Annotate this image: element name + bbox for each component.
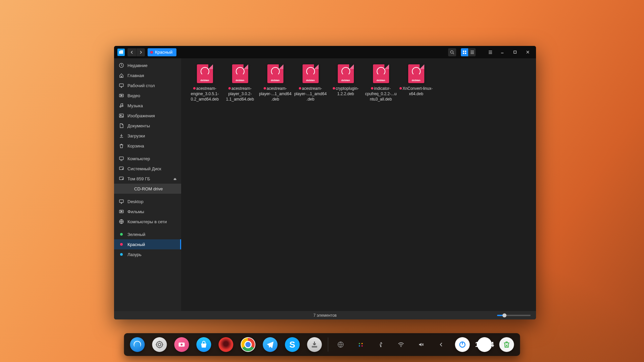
- file-label: indicator-cpufreq_0.2.2-...untu3_all.deb: [364, 86, 398, 102]
- sidebar-item[interactable]: Фильмы: [114, 206, 181, 217]
- sidebar-item[interactable]: Изображения: [114, 111, 181, 121]
- sidebar-item-label: Системный Диск: [127, 166, 161, 171]
- status-text: 7 элементов: [313, 313, 337, 318]
- sidebar-item-label: Документы: [127, 123, 150, 128]
- svg-rect-7: [119, 84, 123, 86]
- sidebar: НедавниеГлавнаяРабочий столВидеоМузыкаИз…: [114, 58, 181, 311]
- svg-point-29: [359, 345, 360, 347]
- sidebar-item[interactable]: Рабочий стол: [114, 80, 181, 90]
- window-maximize-button[interactable]: [510, 48, 520, 56]
- view-grid-button[interactable]: [461, 48, 468, 56]
- video-icon: [119, 209, 124, 214]
- dock: S 18:14: [124, 333, 520, 356]
- dock-app-launcher[interactable]: [152, 337, 167, 352]
- sidebar-item-label: Загрузки: [127, 133, 145, 138]
- svg-rect-1: [463, 51, 464, 52]
- sidebar-item-label: Лазурь: [127, 252, 142, 257]
- dock-app-installer[interactable]: [307, 337, 322, 352]
- hamburger-menu-button[interactable]: [486, 48, 494, 56]
- file-manager-window: Красный НедавниеГлавнаяРабочий столВидео…: [114, 46, 536, 319]
- debian-package-icon: debian: [267, 64, 283, 83]
- sidebar-item[interactable]: Красный: [114, 239, 181, 249]
- sidebar-item[interactable]: CD-ROM drive: [114, 184, 181, 194]
- svg-point-15: [122, 169, 123, 169]
- sidebar-item[interactable]: Зеленый: [114, 229, 181, 239]
- sidebar-item-label: Компьютер: [127, 156, 150, 161]
- sidebar-item[interactable]: Компьютер: [114, 154, 181, 164]
- tray-chevron-left-icon[interactable]: [435, 338, 448, 351]
- sidebar-item-label: Том 859 ГБ: [127, 176, 150, 181]
- tray-volume-icon[interactable]: [415, 338, 428, 351]
- svg-point-22: [158, 343, 161, 346]
- status-bar: 7 элементов: [114, 311, 536, 319]
- file-item[interactable]: debiancryptoplugin-1.2.2.deb: [328, 64, 363, 97]
- download-icon: [119, 133, 124, 138]
- sidebar-item[interactable]: Недавние: [114, 60, 181, 70]
- dock-power-button[interactable]: [455, 337, 470, 352]
- svg-point-32: [400, 346, 401, 347]
- location-label: Красный: [155, 50, 172, 55]
- tray-wifi-icon[interactable]: [395, 338, 408, 351]
- file-label: cryptoplugin-1.2.2.deb: [329, 86, 363, 97]
- svg-rect-4: [465, 53, 466, 54]
- sidebar-item[interactable]: Том 859 ГБ⏏: [114, 174, 181, 184]
- nav-forward-button[interactable]: [136, 48, 145, 56]
- zoom-slider[interactable]: [497, 315, 531, 316]
- window-minimize-button[interactable]: [497, 48, 507, 56]
- file-item[interactable]: debianacestream-engine_3.0.5.1-0.2_amd64…: [187, 64, 222, 102]
- dock-app-skype[interactable]: S: [285, 337, 300, 352]
- sidebar-item[interactable]: Системный Диск: [114, 164, 181, 174]
- view-list-button[interactable]: [468, 48, 476, 56]
- svg-point-10: [122, 105, 123, 107]
- file-label: acestream-player-...1_amd64.deb: [259, 86, 292, 102]
- nav-back-button[interactable]: [127, 48, 136, 56]
- location-tag-dot-icon: [150, 51, 153, 54]
- dock-app-recorder[interactable]: [174, 337, 189, 352]
- dock-app-opera[interactable]: [219, 337, 233, 352]
- dock-app-deepin[interactable]: [130, 337, 145, 352]
- file-label: XnConvert-linux-x64.deb: [399, 86, 433, 97]
- sidebar-item[interactable]: Музыка: [114, 101, 181, 111]
- sidebar-item[interactable]: Документы: [114, 121, 181, 131]
- sidebar-item[interactable]: Главная: [114, 70, 181, 80]
- svg-rect-18: [119, 200, 123, 202]
- file-item[interactable]: debianacestream-player-...1_amd64.deb: [293, 64, 328, 102]
- sidebar-item[interactable]: Desktop: [114, 196, 181, 206]
- content-area[interactable]: debianacestream-engine_3.0.5.1-0.2_amd64…: [181, 58, 536, 311]
- tag-dot-icon: [333, 87, 335, 89]
- tray-usb-icon[interactable]: [375, 338, 387, 351]
- file-item[interactable]: debianindicator-cpufreq_0.2.2-...untu3_a…: [363, 64, 398, 102]
- dock-app-chrome[interactable]: [241, 337, 256, 352]
- file-item[interactable]: debianacestream-player-...1_amd64.deb: [258, 64, 293, 102]
- sidebar-item[interactable]: Загрузки: [114, 131, 181, 141]
- svg-point-17: [122, 179, 123, 179]
- file-label: acestream-player_3.0.2-1.1_amd64.deb: [223, 86, 257, 102]
- sidebar-item-label: Музыка: [127, 103, 143, 108]
- sidebar-item-label: Видео: [127, 93, 140, 98]
- sidebar-item[interactable]: Компьютеры в сети: [114, 217, 181, 227]
- file-item[interactable]: debianacestream-player_3.0.2-1.1_amd64.d…: [222, 64, 258, 102]
- computer-icon: [119, 156, 124, 161]
- svg-point-9: [120, 106, 121, 107]
- music-icon: [119, 103, 124, 108]
- dock-app-store[interactable]: [197, 337, 211, 352]
- sidebar-item[interactable]: Лазурь: [114, 249, 181, 259]
- dock-trash[interactable]: [499, 337, 514, 352]
- svg-point-24: [181, 344, 183, 346]
- file-item[interactable]: debianXnConvert-linux-x64.deb: [398, 64, 434, 97]
- sidebar-item[interactable]: Видео: [114, 90, 181, 101]
- doc-icon: [119, 123, 124, 128]
- dock-app-telegram[interactable]: [263, 337, 278, 352]
- location-pill[interactable]: Красный: [148, 48, 176, 56]
- tray-globe-icon[interactable]: [334, 338, 347, 351]
- sidebar-item[interactable]: Корзина: [114, 141, 181, 151]
- tray-keyboard-icon[interactable]: [355, 338, 367, 351]
- debian-package-icon: debian: [232, 64, 248, 83]
- window-close-button[interactable]: [523, 48, 533, 56]
- svg-rect-13: [119, 157, 123, 160]
- debian-package-icon: debian: [303, 64, 319, 83]
- dock-clock[interactable]: 18:14: [477, 337, 492, 352]
- debian-package-icon: debian: [373, 64, 389, 83]
- search-button[interactable]: [448, 48, 456, 56]
- eject-icon[interactable]: ⏏: [173, 177, 176, 181]
